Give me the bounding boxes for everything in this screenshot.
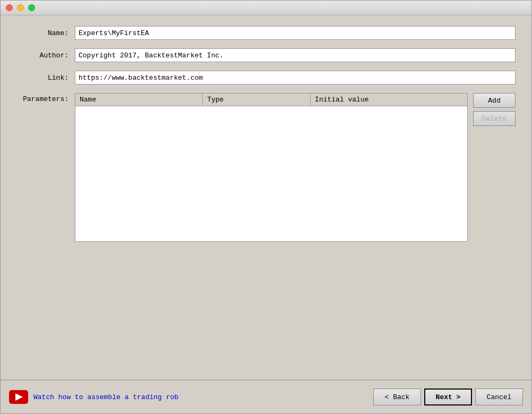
back-button[interactable]: < Back (373, 388, 421, 405)
name-row: Name: (16, 26, 516, 40)
parameters-row: Parameters: Name Type Initial value Add … (16, 93, 516, 242)
cancel-button[interactable]: Cancel (475, 388, 523, 405)
bottom-buttons: < Back Next > Cancel (373, 388, 523, 405)
table-body (75, 106, 467, 241)
titlebar (1, 1, 531, 15)
author-row: Author: (16, 48, 516, 62)
youtube-icon[interactable] (9, 390, 28, 404)
watch-link[interactable]: Watch how to assemble a trading rob (33, 393, 368, 401)
table-header-value: Initial value (311, 94, 467, 106)
author-input[interactable] (75, 48, 516, 62)
parameters-content: Name Type Initial value Add Delete (75, 93, 516, 242)
name-input[interactable] (75, 26, 516, 40)
main-content: Name: Author: Link: Parameters: Name Typ… (1, 15, 531, 379)
table-header-name: Name (75, 94, 203, 106)
author-label: Author: (16, 52, 75, 60)
main-window: Name: Author: Link: Parameters: Name Typ… (0, 0, 532, 414)
link-row: Link: (16, 71, 516, 85)
minimize-button[interactable] (17, 4, 24, 11)
spacer (16, 242, 516, 369)
table-header: Name Type Initial value (75, 94, 467, 106)
maximize-button[interactable] (28, 4, 35, 11)
parameters-table: Name Type Initial value (75, 93, 468, 242)
play-icon (15, 393, 23, 401)
add-button[interactable]: Add (473, 93, 516, 108)
link-input[interactable] (75, 71, 516, 85)
link-label: Link: (16, 74, 75, 82)
delete-button[interactable]: Delete (473, 111, 516, 126)
bottom-bar: Watch how to assemble a trading rob < Ba… (1, 379, 531, 413)
next-button[interactable]: Next > (424, 388, 472, 405)
close-button[interactable] (6, 4, 13, 11)
name-label: Name: (16, 29, 75, 37)
table-header-type: Type (203, 94, 311, 106)
parameters-buttons: Add Delete (473, 93, 516, 242)
parameters-label: Parameters: (16, 93, 75, 103)
